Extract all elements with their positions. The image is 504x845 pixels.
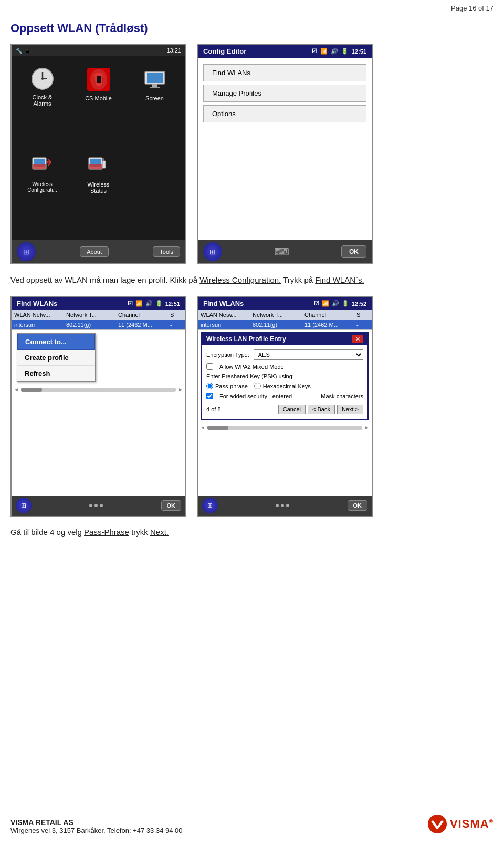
next-link: Next. [150, 528, 169, 537]
config-title-icons: ☑ 📶 🔊 🔋 12:51 [312, 48, 366, 55]
signal-icon: 📶 [320, 48, 328, 55]
context-menu: Connect to... Create profile Refresh [17, 333, 96, 382]
wlan-table-header-left: WLAN Netw... Network T... Channel S [12, 310, 185, 320]
description-1: Ved oppsett av WLAN må man lage en profi… [10, 274, 494, 286]
svg-rect-7 [152, 84, 158, 87]
connect-to-label: Connect to... [25, 338, 67, 346]
page-number: Page 16 of 17 [451, 4, 494, 12]
wpa2-row: Allow WPA2 Mixed Mode [206, 363, 363, 370]
sound-icon: 🔊 [331, 48, 338, 55]
config-title: Config Editor [203, 47, 246, 55]
app-cs-mobile[interactable]: CS Mobile [70, 61, 127, 148]
security-checkbox[interactable] [206, 393, 213, 399]
find-wlans-label: Find WLANs [212, 69, 250, 77]
row-type-right: 802.11(g) [253, 322, 304, 328]
next-button[interactable]: Next > [337, 405, 363, 414]
svg-rect-15 [89, 164, 102, 169]
company-name: VISMA RETAIL AS [10, 818, 74, 827]
psk-label: Enter Preshared Key (PSK) using: [206, 373, 294, 379]
col-s-left: S [170, 312, 183, 318]
taskbar-dots-left [89, 504, 103, 507]
scroll-right-arrow-r[interactable]: ► [364, 425, 370, 430]
app-grid: Clock &Alarms CS Mobile [12, 56, 185, 240]
options-menu-item[interactable]: Options [203, 105, 366, 122]
ok-button[interactable]: OK [341, 245, 366, 258]
create-profile-menu-item[interactable]: Create profile [17, 350, 95, 366]
wlan-table-header-right: WLAN Netw... Network T... Channel S [198, 310, 372, 320]
encryption-label: Encryption Type: [206, 352, 249, 358]
back-button[interactable]: < Back [308, 405, 335, 414]
description-2: Gå til bilde 4 og velg Pass-Phrase trykk… [10, 526, 494, 539]
dialog-footer: 4 of 8 Cancel < Back Next > [206, 403, 363, 415]
ok-mini-left[interactable]: OK [161, 500, 182, 511]
app-clock-alarms[interactable]: Clock &Alarms [14, 61, 70, 148]
find-wlans-menu-item[interactable]: Find WLANs [203, 64, 366, 81]
profile-dialog-body: Encryption Type: AES Allow WPA2 Mixed Mo… [202, 345, 368, 419]
svg-rect-11 [33, 164, 46, 169]
clock-alarms-label: Clock &Alarms [33, 94, 52, 107]
col-network-right: WLAN Netw... [201, 312, 253, 318]
scroll-bar-left: ◄ ► [14, 387, 183, 393]
hex-keys-label: Hexadecimal Keys [263, 383, 311, 389]
find-wlans-screen-left: Find WLANs ☑ 📶 🔊 🔋 12:51 WLAN Netw... Ne… [10, 296, 186, 517]
scroll-left-arrow-r[interactable]: ◄ [200, 425, 205, 430]
footer: VISMA RETAIL AS Wirgenes vei 3, 3157 Bar… [10, 813, 494, 834]
encryption-select[interactable]: AES [254, 349, 363, 360]
screen-label: Screen [145, 95, 164, 101]
about-button[interactable]: About [80, 246, 109, 257]
wlan-row-right[interactable]: intersun 802.11(g) 11 (2462 M... - [198, 320, 372, 330]
app-wireless-config[interactable]: WirelessConfigurati... [14, 148, 70, 235]
connect-to-menu-item[interactable]: Connect to... [17, 334, 95, 350]
refresh-label: Refresh [25, 369, 50, 377]
wpa2-label: Allow WPA2 Mixed Mode [219, 364, 284, 370]
scroll-left-arrow[interactable]: ◄ [14, 387, 19, 393]
tools-button[interactable]: Tools [153, 246, 180, 257]
dialog-nav-buttons: Cancel < Back Next > [278, 405, 363, 414]
svg-rect-8 [150, 87, 160, 88]
pass-phrase-label: Pass-phrase [215, 383, 248, 389]
wpa2-checkbox[interactable] [206, 363, 213, 370]
keyboard-icon: ⌨ [274, 245, 289, 258]
scroll-bar-right: ◄ ► [200, 425, 370, 430]
profile-dialog-close[interactable]: ✕ [352, 335, 363, 343]
start-button[interactable]: ⊞ [17, 242, 36, 261]
dialog-page-indicator: 4 of 8 [206, 406, 221, 413]
pass-phrase-link: Pass-Phrase [84, 528, 129, 537]
battery-icon: 🔋 [341, 48, 349, 55]
find-wlans-titlebar-left: Find WLANs ☑ 📶 🔊 🔋 12:51 [12, 297, 185, 310]
config-start-button[interactable]: ⊞ [203, 242, 222, 261]
profile-dialog-titlebar: Wireless LAN Profile Entry ✕ [202, 333, 368, 345]
app-wireless-status[interactable]: WirelessStatus [70, 148, 127, 235]
home-taskbar: ⊞ About Tools [12, 240, 185, 263]
cs-mobile-icon [86, 67, 111, 92]
manage-profiles-label: Manage Profiles [212, 89, 261, 97]
find-wlans-time-right: 12:52 [352, 301, 366, 307]
find-wlans-screen-right: Find WLANs ☑ 📶 🔊 🔋 12:52 WLAN Netw... Ne… [197, 296, 373, 517]
taskbar-dots-right [276, 504, 289, 507]
wireless-config-icon [30, 153, 55, 178]
sound-icon-3: 🔊 [332, 300, 339, 307]
find-taskbar-left: ⊞ OK [12, 496, 185, 516]
encryption-label-text: Encryption Type: [206, 352, 249, 358]
config-taskbar: ⊞ ⌨ OK [198, 240, 372, 263]
manage-profiles-menu-item[interactable]: Manage Profiles [203, 85, 366, 102]
scroll-right-arrow[interactable]: ► [178, 387, 183, 393]
hex-keys-option[interactable]: Hexadecimal Keys [254, 383, 311, 389]
status-icons-left: 🔧 📱 [16, 48, 30, 54]
find-wlans-time-left: 12:51 [165, 301, 180, 307]
check-icon-2: ☑ [128, 300, 133, 307]
check-icon: ☑ [312, 48, 317, 55]
refresh-menu-item[interactable]: Refresh [17, 366, 95, 381]
pass-phrase-option[interactable]: Pass-phrase [206, 383, 248, 389]
wlan-row-left[interactable]: intersun 802.11(g) 11 (2462 M... - [12, 320, 185, 330]
app-screen[interactable]: Screen [127, 61, 183, 148]
row-s-right: - [356, 322, 369, 328]
ok-mini-right[interactable]: OK [348, 500, 368, 511]
visma-text: VISMA® [450, 817, 494, 831]
find-start-left[interactable]: ⊞ [16, 498, 32, 513]
row-network-right: intersun [201, 322, 253, 328]
find-wlans-title-right: Find WLANs [203, 300, 244, 307]
cancel-button[interactable]: Cancel [278, 405, 306, 414]
find-start-right[interactable]: ⊞ [202, 498, 218, 513]
desc1-text: Ved oppsett av WLAN må man lage en profi… [10, 275, 197, 284]
